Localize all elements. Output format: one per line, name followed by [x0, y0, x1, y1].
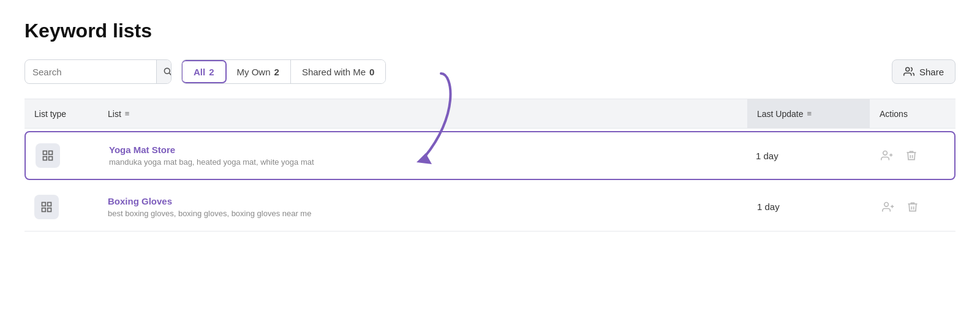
toolbar-left: All 2 My Own 2 Shared with Me 0: [24, 59, 386, 84]
tab-my-own[interactable]: My Own 2: [226, 60, 291, 83]
add-user-icon-2: [882, 201, 894, 213]
list-filter-icon[interactable]: ≡: [125, 109, 130, 118]
tab-all[interactable]: All 2: [181, 60, 227, 83]
svg-rect-6: [49, 157, 53, 160]
table-row: Yoga Mat Store manduka yoga mat bag, hea…: [24, 131, 956, 180]
tab-all-label: All: [194, 67, 205, 77]
list-name-2[interactable]: Boxing Gloves: [108, 196, 172, 206]
search-icon: [163, 67, 172, 77]
toolbar: All 2 My Own 2 Shared with Me 0: [24, 59, 956, 84]
filter-tabs: All 2 My Own 2 Shared with Me 0: [181, 59, 386, 84]
svg-line-1: [169, 73, 172, 75]
grid-icon-2: [40, 201, 53, 213]
trash-icon: [905, 149, 918, 162]
tab-all-count: 2: [209, 67, 214, 77]
last-update-val-1: 1 day: [756, 151, 778, 161]
td-list-2: Boxing Gloves best boxing gloves, boxing…: [98, 196, 747, 218]
add-user-button-2[interactable]: [880, 198, 897, 216]
svg-point-14: [884, 202, 889, 206]
table-row: Boxing Gloves best boxing gloves, boxing…: [24, 183, 956, 231]
td-list-1: Yoga Mat Store manduka yoga mat bag, hea…: [99, 145, 746, 167]
tab-my-own-label: My Own: [237, 67, 271, 77]
td-actions-1: [869, 147, 954, 164]
last-update-filter-icon[interactable]: ≡: [807, 109, 812, 118]
td-list-type-1: [26, 143, 99, 168]
tab-my-own-count: 2: [274, 67, 279, 77]
svg-rect-11: [48, 202, 51, 206]
tab-shared-with-me-label: Shared with Me: [302, 67, 366, 77]
th-list-type: List type: [24, 99, 98, 128]
svg-rect-13: [48, 208, 51, 211]
list-keywords-2: best boxing gloves, boxing gloves, boxin…: [108, 209, 311, 218]
svg-point-0: [164, 68, 170, 73]
td-last-update-1: 1 day: [746, 151, 869, 161]
search-wrapper: [24, 59, 172, 84]
page-title: Keyword lists: [24, 20, 956, 42]
share-button[interactable]: Share: [892, 59, 956, 84]
add-user-button-1[interactable]: [878, 147, 895, 164]
svg-point-2: [906, 67, 910, 71]
svg-rect-12: [42, 208, 46, 211]
table: List type List ≡ Last Update ≡ Actions: [24, 99, 956, 231]
list-name-1[interactable]: Yoga Mat Store: [109, 145, 175, 155]
share-button-label: Share: [919, 67, 944, 77]
svg-rect-3: [43, 151, 47, 155]
svg-rect-5: [43, 157, 47, 160]
list-type-icon-1: [36, 143, 60, 168]
svg-rect-4: [49, 151, 53, 155]
delete-button-2[interactable]: [904, 198, 921, 216]
search-input[interactable]: [25, 67, 156, 77]
td-list-type-2: [24, 195, 98, 219]
th-actions: Actions: [870, 99, 956, 128]
tab-shared-with-me-count: 0: [369, 67, 374, 77]
delete-button-1[interactable]: [903, 147, 920, 164]
table-header: List type List ≡ Last Update ≡ Actions: [24, 99, 956, 129]
td-last-update-2: 1 day: [747, 201, 870, 212]
add-user-icon: [881, 149, 893, 162]
share-users-icon: [903, 66, 914, 77]
last-update-val-2: 1 day: [757, 201, 780, 212]
list-keywords-1: manduka yoga mat bag, heated yoga mat, w…: [109, 157, 314, 167]
svg-point-7: [883, 151, 888, 156]
list-type-icon-2: [34, 195, 59, 219]
svg-rect-10: [42, 202, 46, 206]
search-button[interactable]: [156, 60, 172, 83]
th-list: List ≡: [98, 99, 747, 128]
td-actions-2: [870, 198, 956, 216]
tab-shared-with-me[interactable]: Shared with Me 0: [291, 60, 386, 83]
th-last-update: Last Update ≡: [747, 99, 870, 128]
trash-icon-2: [907, 201, 919, 213]
grid-icon: [42, 149, 54, 162]
